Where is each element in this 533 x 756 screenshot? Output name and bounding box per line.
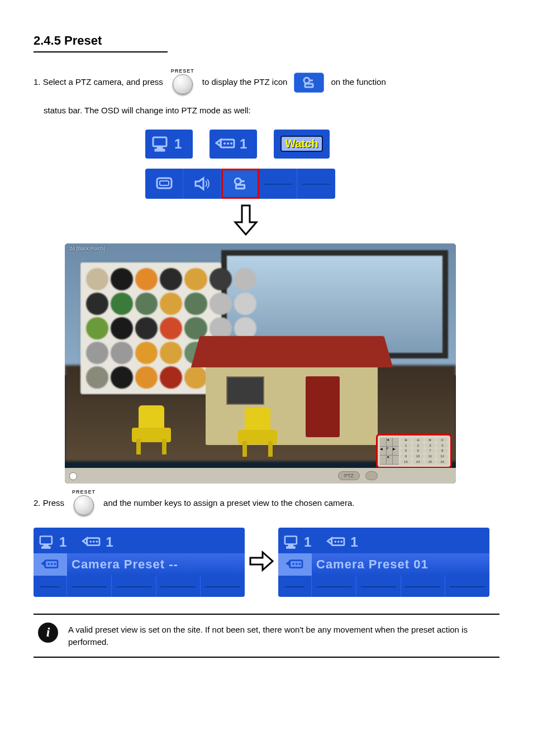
preview-ptz-osd[interactable]: ▲ ◀F▶ ▼ ⊕⊖⊗⊙ 1234 5678 9101112 13141516 — [378, 436, 450, 467]
watch-label: Watch — [280, 136, 322, 152]
preset-label-before: Camera Preset -- — [67, 557, 178, 572]
preset-button-label: PRESET — [171, 68, 194, 74]
step1-text-line2: status bar. The OSD will change into PTZ… — [44, 104, 499, 117]
preset-camera-icon — [34, 553, 67, 576]
svg-point-28 — [51, 563, 53, 565]
round-button-icon — [74, 495, 94, 515]
down-arrow-icon — [229, 203, 263, 239]
svg-point-22 — [90, 540, 92, 543]
svg-point-14 — [235, 178, 241, 184]
camera-number: 1 — [106, 534, 113, 550]
svg-point-24 — [96, 540, 98, 543]
preview-ptz-pill[interactable]: PTZ — [338, 471, 360, 480]
svg-point-36 — [337, 540, 340, 543]
osd-empty-slot — [297, 169, 335, 199]
camera-number: 1 — [350, 534, 358, 550]
osd-ptz-icon[interactable] — [221, 169, 259, 199]
watch-badge: Watch — [274, 130, 330, 159]
preset-strip-after: 1 1 Camera Preset 01 — [278, 528, 489, 597]
preset-button-label: PRESET — [72, 489, 96, 495]
monitor-number: 1 — [59, 534, 66, 550]
remote-preset-button[interactable]: PRESET — [171, 68, 194, 97]
svg-rect-12 — [160, 181, 169, 185]
svg-point-29 — [54, 563, 56, 565]
svg-point-27 — [47, 563, 50, 565]
info-note-text: A valid preset view is set on the site. … — [68, 623, 499, 649]
camera-number: 1 — [240, 136, 247, 152]
osd-audio-icon[interactable] — [183, 169, 221, 199]
svg-point-9 — [227, 142, 229, 145]
svg-point-35 — [335, 540, 337, 543]
preview-ctrl-pill[interactable] — [365, 471, 378, 480]
osd-empty-slot — [259, 169, 297, 199]
step1-text-c: on the function — [331, 76, 386, 89]
svg-rect-1 — [305, 84, 313, 87]
svg-rect-3 — [153, 137, 166, 146]
svg-point-41 — [296, 563, 298, 565]
step2-text-a: 2. Press — [34, 497, 64, 510]
camera-preview: 24 [Back Porch] ▲ ◀F▶ ▼ ⊕⊖⊗⊙ 1234 5678 9… — [65, 243, 456, 484]
svg-point-10 — [230, 142, 232, 145]
section-title: 2.4.5 Preset — [34, 34, 168, 52]
svg-rect-17 — [40, 536, 52, 544]
info-note: i A valid preset view is set on the site… — [34, 614, 499, 658]
info-icon: i — [38, 623, 58, 643]
svg-rect-19 — [42, 547, 50, 548]
remote-preset-button[interactable]: PRESET — [72, 489, 96, 518]
preset-strip-before: 1 1 Camera Preset -- — [34, 528, 245, 597]
round-button-icon — [173, 74, 193, 94]
monitor-indicator: 1 — [145, 130, 193, 159]
monitor-number: 1 — [304, 534, 311, 550]
record-indicator-icon — [69, 472, 77, 480]
svg-marker-13 — [196, 178, 203, 189]
svg-rect-15 — [236, 185, 244, 188]
step1-text-b: to display the PTZ icon — [202, 76, 288, 89]
svg-rect-11 — [157, 178, 172, 188]
svg-point-23 — [93, 540, 95, 543]
osd-toolbar — [145, 169, 335, 199]
monitor-number: 1 — [174, 136, 182, 152]
preset-camera-icon — [278, 553, 312, 576]
camera-indicator: 1 — [210, 130, 257, 159]
step1-text-a: 1. Select a PTZ camera, and press — [34, 76, 163, 89]
svg-point-0 — [304, 78, 310, 83]
svg-rect-30 — [285, 536, 297, 544]
svg-point-8 — [223, 142, 226, 145]
svg-rect-5 — [155, 150, 164, 151]
right-arrow-icon — [249, 549, 274, 576]
svg-point-40 — [292, 563, 294, 565]
osd-display-icon[interactable] — [145, 169, 183, 199]
svg-point-42 — [299, 563, 301, 565]
step2-text-b: and the number keys to assign a preset v… — [103, 497, 354, 510]
svg-point-37 — [341, 540, 343, 543]
preset-label-after: Camera Preset 01 — [312, 557, 429, 572]
svg-rect-32 — [287, 547, 294, 548]
ptz-status-icon — [294, 73, 324, 93]
preview-camera-label: 24 [Back Porch] — [69, 246, 105, 251]
